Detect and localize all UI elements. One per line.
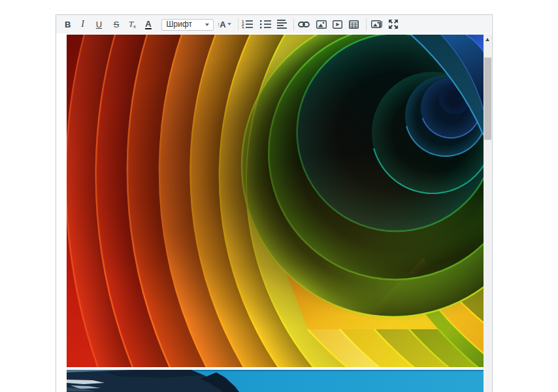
- svg-text:3: 3: [242, 26, 244, 29]
